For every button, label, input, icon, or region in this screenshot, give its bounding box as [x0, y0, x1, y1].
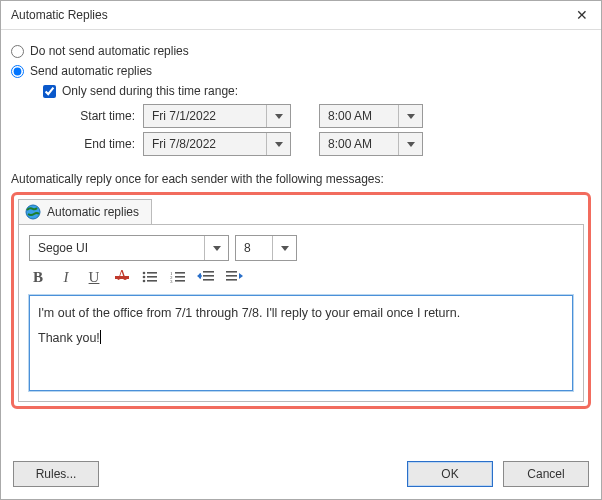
- chevron-down-icon[interactable]: [266, 105, 290, 127]
- ok-button[interactable]: OK: [407, 461, 493, 487]
- ok-button-label: OK: [441, 467, 458, 481]
- underline-button[interactable]: U: [85, 267, 103, 287]
- rules-button[interactable]: Rules...: [13, 461, 99, 487]
- end-time-value: 8:00 AM: [328, 137, 372, 151]
- end-time-combo[interactable]: 8:00 AM: [319, 132, 423, 156]
- svg-rect-4: [147, 276, 157, 278]
- svg-rect-14: [203, 275, 214, 277]
- end-date-combo[interactable]: Fri 7/8/2022: [143, 132, 291, 156]
- decrease-indent-button[interactable]: [197, 267, 215, 287]
- start-time-label: Start time:: [71, 109, 143, 123]
- radio-send-label: Send automatic replies: [30, 64, 152, 78]
- svg-rect-12: [175, 280, 185, 282]
- svg-point-0: [26, 205, 40, 219]
- chevron-down-icon[interactable]: [398, 105, 422, 127]
- titlebar: Automatic Replies ✕: [1, 1, 601, 30]
- radio-send-input[interactable]: [11, 65, 24, 78]
- checkbox-only-range-input[interactable]: [43, 85, 56, 98]
- checkbox-only-range[interactable]: Only send during this time range:: [43, 84, 591, 98]
- font-size-combo[interactable]: 8: [235, 235, 297, 261]
- text-cursor: [100, 330, 101, 344]
- numbered-list-button[interactable]: 123: [169, 267, 187, 287]
- svg-rect-10: [175, 276, 185, 278]
- font-family-combo[interactable]: Segoe UI: [29, 235, 229, 261]
- svg-point-1: [143, 272, 146, 275]
- message-textarea[interactable]: I'm out of the office from 7/1 through 7…: [29, 295, 573, 391]
- start-date-value: Fri 7/1/2022: [152, 109, 216, 123]
- checkbox-only-range-label: Only send during this time range:: [62, 84, 238, 98]
- svg-rect-21: [226, 279, 237, 281]
- font-size-value: 8: [244, 241, 251, 255]
- svg-marker-18: [197, 273, 201, 279]
- radio-do-not-send-label: Do not send automatic replies: [30, 44, 189, 58]
- editor-panel: Segoe UI 8 B I U A 1: [18, 224, 584, 402]
- svg-point-3: [143, 276, 146, 279]
- svg-point-5: [143, 280, 146, 283]
- close-icon[interactable]: ✕: [571, 7, 593, 23]
- svg-rect-13: [203, 271, 214, 273]
- cancel-button[interactable]: Cancel: [503, 461, 589, 487]
- globe-icon: [25, 204, 41, 220]
- svg-rect-20: [226, 275, 237, 277]
- italic-button[interactable]: I: [57, 267, 75, 287]
- message-line: Thank you!: [38, 331, 100, 345]
- highlighted-editor-area: Automatic replies Segoe UI 8 B I U: [11, 192, 591, 409]
- radio-send[interactable]: Send automatic replies: [11, 64, 591, 78]
- message-line: I'm out of the office from 7/1 through 7…: [38, 304, 564, 323]
- chevron-down-icon[interactable]: [272, 236, 296, 260]
- svg-marker-22: [239, 273, 243, 279]
- bullet-list-button[interactable]: [141, 267, 159, 287]
- radio-do-not-send[interactable]: Do not send automatic replies: [11, 44, 591, 58]
- font-color-button[interactable]: A: [113, 267, 131, 287]
- tab-label: Automatic replies: [47, 205, 139, 219]
- font-family-value: Segoe UI: [38, 241, 88, 255]
- rules-button-label: Rules...: [36, 467, 77, 481]
- svg-rect-19: [226, 271, 237, 273]
- tab-automatic-replies[interactable]: Automatic replies: [18, 199, 152, 224]
- cancel-button-label: Cancel: [527, 467, 564, 481]
- bold-button[interactable]: B: [29, 267, 47, 287]
- svg-text:3: 3: [170, 279, 173, 284]
- chevron-down-icon[interactable]: [398, 133, 422, 155]
- radio-do-not-send-input[interactable]: [11, 45, 24, 58]
- svg-rect-15: [203, 279, 214, 281]
- reply-note: Automatically reply once for each sender…: [11, 172, 591, 186]
- dialog-footer: Rules... OK Cancel: [1, 451, 601, 499]
- increase-indent-button[interactable]: [225, 267, 243, 287]
- chevron-down-icon[interactable]: [266, 133, 290, 155]
- end-date-value: Fri 7/8/2022: [152, 137, 216, 151]
- dialog-title: Automatic Replies: [11, 8, 108, 22]
- start-date-combo[interactable]: Fri 7/1/2022: [143, 104, 291, 128]
- svg-rect-8: [175, 272, 185, 274]
- chevron-down-icon[interactable]: [204, 236, 228, 260]
- end-time-label: End time:: [71, 137, 143, 151]
- svg-rect-2: [147, 272, 157, 274]
- start-time-value: 8:00 AM: [328, 109, 372, 123]
- svg-rect-6: [147, 280, 157, 282]
- start-time-combo[interactable]: 8:00 AM: [319, 104, 423, 128]
